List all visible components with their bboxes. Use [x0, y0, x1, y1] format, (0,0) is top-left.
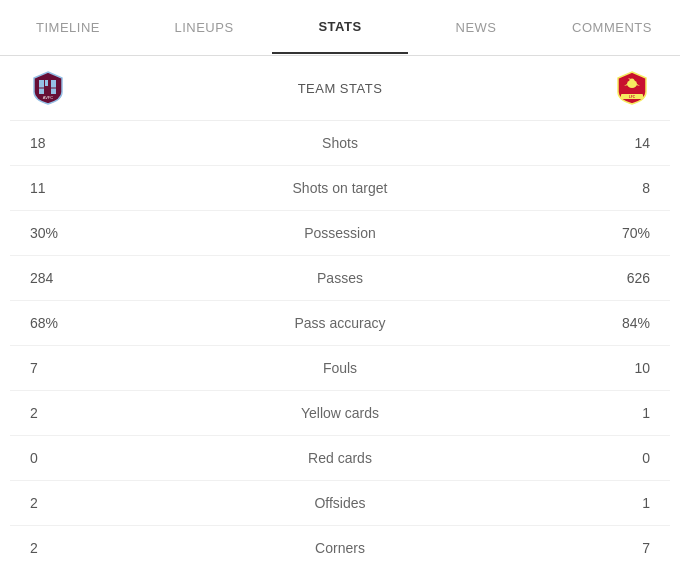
away-team-badge: LFC — [614, 70, 650, 106]
stat-label: Yellow cards — [110, 405, 570, 421]
tab-lineups[interactable]: LINEUPS — [136, 2, 272, 53]
stat-label: Fouls — [110, 360, 570, 376]
stats-content: AVFC TEAM STATS LFC 18Shots1411Shots o — [0, 56, 680, 564]
svg-rect-2 — [51, 80, 56, 94]
stat-row: 0Red cards0 — [10, 436, 670, 481]
stat-home-value: 2 — [30, 540, 110, 556]
tab-stats[interactable]: STATS — [272, 1, 408, 54]
stat-label: Offsides — [110, 495, 570, 511]
stat-away-value: 1 — [570, 405, 650, 421]
stat-away-value: 7 — [570, 540, 650, 556]
stat-row: 284Passes626 — [10, 256, 670, 301]
team-header-row: AVFC TEAM STATS LFC — [10, 56, 670, 121]
stat-rows-container: 18Shots1411Shots on target830%Possession… — [10, 121, 670, 564]
stat-row: 7Fouls10 — [10, 346, 670, 391]
stat-home-value: 7 — [30, 360, 110, 376]
stat-row: 2Corners7 — [10, 526, 670, 564]
stat-label: Pass accuracy — [110, 315, 570, 331]
svg-rect-1 — [45, 80, 48, 86]
stat-label: Possession — [110, 225, 570, 241]
stat-home-value: 11 — [30, 180, 110, 196]
stat-row: 2Yellow cards1 — [10, 391, 670, 436]
svg-rect-0 — [39, 80, 44, 94]
svg-text:LFC: LFC — [629, 95, 636, 99]
stat-home-value: 0 — [30, 450, 110, 466]
tab-comments[interactable]: COMMENTS — [544, 2, 680, 53]
tab-timeline[interactable]: TIMELINE — [0, 2, 136, 53]
stat-away-value: 0 — [570, 450, 650, 466]
stat-home-value: 68% — [30, 315, 110, 331]
stat-away-value: 8 — [570, 180, 650, 196]
stat-away-value: 84% — [570, 315, 650, 331]
stat-row: 18Shots14 — [10, 121, 670, 166]
stat-home-value: 18 — [30, 135, 110, 151]
stat-row: 11Shots on target8 — [10, 166, 670, 211]
stat-away-value: 626 — [570, 270, 650, 286]
tab-news[interactable]: NEWS — [408, 2, 544, 53]
stat-away-value: 70% — [570, 225, 650, 241]
stat-away-value: 1 — [570, 495, 650, 511]
stat-home-value: 2 — [30, 495, 110, 511]
stat-label: Shots on target — [110, 180, 570, 196]
stat-label: Corners — [110, 540, 570, 556]
nav-tabs: TIMELINE LINEUPS STATS NEWS COMMENTS — [0, 0, 680, 56]
stat-row: 30%Possession70% — [10, 211, 670, 256]
stat-label: Shots — [110, 135, 570, 151]
svg-text:AVFC: AVFC — [43, 95, 53, 100]
stat-home-value: 2 — [30, 405, 110, 421]
stat-home-value: 284 — [30, 270, 110, 286]
home-team-badge: AVFC — [30, 70, 66, 106]
stat-label: Red cards — [110, 450, 570, 466]
stat-away-value: 10 — [570, 360, 650, 376]
stat-away-value: 14 — [570, 135, 650, 151]
stat-row: 68%Pass accuracy84% — [10, 301, 670, 346]
stat-home-value: 30% — [30, 225, 110, 241]
stat-row: 2Offsides1 — [10, 481, 670, 526]
team-stats-label: TEAM STATS — [298, 81, 383, 96]
stat-label: Passes — [110, 270, 570, 286]
